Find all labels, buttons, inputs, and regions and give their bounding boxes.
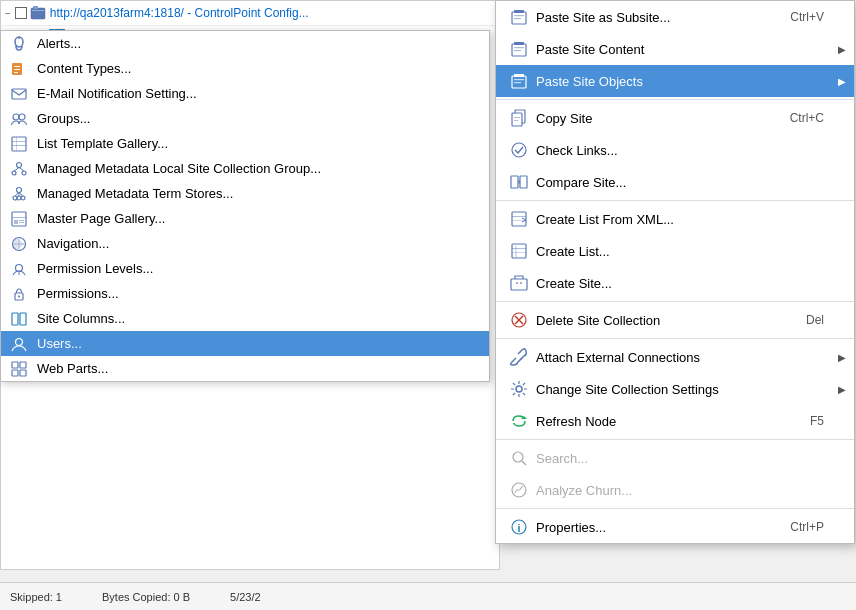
- collapse-icon[interactable]: −: [5, 8, 11, 19]
- svg-point-19: [19, 114, 25, 120]
- ctx-properties[interactable]: i Properties... Ctrl+P: [496, 511, 854, 543]
- paste-content-arrow: ▶: [838, 44, 846, 55]
- svg-rect-70: [512, 248, 526, 249]
- svg-rect-43: [12, 362, 18, 368]
- paste-objects-icon: [508, 71, 530, 91]
- svg-rect-34: [19, 220, 24, 221]
- create-site-icon: [508, 273, 530, 293]
- master-page-label: Master Page Gallery...: [37, 211, 165, 226]
- managed-metadata-term-label: Managed Metadata Term Stores...: [37, 186, 233, 201]
- svg-rect-15: [14, 69, 20, 70]
- properties-shortcut: Ctrl+P: [770, 520, 824, 534]
- svg-rect-50: [514, 18, 521, 19]
- svg-point-63: [512, 143, 526, 157]
- menu-item-permissions[interactable]: Permissions...: [1, 281, 489, 306]
- menu-item-users[interactable]: Users...: [1, 331, 489, 356]
- list-template-label: List Template Gallery...: [37, 136, 168, 151]
- ctx-create-site[interactable]: Create Site...: [496, 267, 854, 299]
- ctx-change-settings[interactable]: Change Site Collection Settings ▶: [496, 373, 854, 405]
- svg-point-25: [12, 171, 16, 175]
- menu-item-groups[interactable]: Groups...: [1, 106, 489, 131]
- ctx-check-links[interactable]: Check Links...: [496, 134, 854, 166]
- email-label: E-Mail Notification Setting...: [37, 86, 197, 101]
- svg-point-12: [18, 37, 20, 39]
- svg-rect-69: [512, 244, 526, 258]
- svg-rect-35: [19, 222, 24, 223]
- menu-item-email[interactable]: E-Mail Notification Setting...: [1, 81, 489, 106]
- menu-item-managed-metadata-local[interactable]: Managed Metadata Local Site Collection G…: [1, 156, 489, 181]
- svg-rect-21: [12, 141, 26, 142]
- paste-objects-arrow: ▶: [838, 76, 846, 87]
- content-types-label: Content Types...: [37, 61, 131, 76]
- menu-item-navigation[interactable]: Navigation...: [1, 231, 489, 256]
- change-settings-arrow: ▶: [838, 384, 846, 395]
- svg-point-27: [17, 187, 22, 192]
- svg-rect-20: [12, 137, 26, 151]
- svg-point-28: [13, 196, 17, 200]
- svg-rect-2: [32, 10, 44, 11]
- alerts-icon: [9, 36, 29, 52]
- paste-objects-label: Paste Site Objects: [536, 74, 643, 89]
- navigation-label: Navigation...: [37, 236, 109, 251]
- managed-metadata-local-icon: [9, 161, 29, 177]
- web-parts-label: Web Parts...: [37, 361, 108, 376]
- site-icon: [30, 5, 46, 21]
- ctx-create-list[interactable]: Create List...: [496, 235, 854, 267]
- paste-subsite-shortcut: Ctrl+V: [770, 10, 824, 24]
- tree-header-url[interactable]: http://qa2013farm4:1818/ - ControlPoint …: [50, 6, 309, 20]
- managed-metadata-term-icon: [9, 186, 29, 202]
- menu-item-master-page[interactable]: Master Page Gallery...: [1, 206, 489, 231]
- paste-content-icon: [508, 39, 530, 59]
- search-label: Search...: [536, 451, 588, 466]
- ctx-delete-site[interactable]: Delete Site Collection Del: [496, 304, 854, 336]
- ctx-paste-objects[interactable]: Paste Site Objects ▶: [496, 65, 854, 97]
- svg-point-30: [17, 196, 21, 200]
- menu-item-web-parts[interactable]: Web Parts...: [1, 356, 489, 381]
- status-skipped: Skipped: 1: [10, 591, 62, 603]
- svg-rect-22: [12, 145, 26, 146]
- ctx-paste-content[interactable]: Paste Site Content ▶: [496, 33, 854, 65]
- create-list-label: Create List...: [536, 244, 610, 259]
- ctx-compare-site[interactable]: Compare Site...: [496, 166, 854, 198]
- site-columns-icon: [9, 311, 29, 327]
- svg-rect-60: [512, 113, 522, 126]
- svg-rect-16: [14, 72, 18, 73]
- svg-rect-44: [20, 362, 26, 368]
- refresh-node-icon: [508, 411, 530, 431]
- ctx-paste-subsite[interactable]: Paste Site as Subsite... Ctrl+V: [496, 1, 854, 33]
- svg-rect-65: [520, 176, 527, 188]
- change-settings-icon: [508, 379, 530, 399]
- copy-site-label: Copy Site: [536, 111, 592, 126]
- change-settings-label: Change Site Collection Settings: [536, 382, 719, 397]
- svg-rect-49: [514, 15, 524, 16]
- permissions-label: Permissions...: [37, 286, 119, 301]
- ctx-refresh-node[interactable]: Refresh Node F5: [496, 405, 854, 437]
- create-list-xml-icon: [508, 209, 530, 229]
- ctx-copy-site[interactable]: Copy Site Ctrl+C: [496, 102, 854, 134]
- web-parts-icon: [9, 361, 29, 377]
- ctx-attach-external[interactable]: Attach External Connections ▶: [496, 341, 854, 373]
- separator-4: [496, 338, 854, 339]
- groups-icon: [9, 111, 29, 127]
- separator-2: [496, 200, 854, 201]
- checkbox[interactable]: [15, 7, 27, 19]
- alerts-label: Alerts...: [37, 36, 81, 51]
- status-bytes: Bytes Copied: 0 B: [102, 591, 190, 603]
- svg-rect-73: [511, 279, 527, 290]
- menu-item-site-columns[interactable]: Site Columns...: [1, 306, 489, 331]
- menu-item-managed-metadata-term[interactable]: Managed Metadata Term Stores...: [1, 181, 489, 206]
- copy-site-shortcut: Ctrl+C: [770, 111, 824, 125]
- delete-site-icon: [508, 310, 530, 330]
- content-types-icon: [9, 61, 29, 77]
- menu-item-permission-levels[interactable]: Permission Levels...: [1, 256, 489, 281]
- analyze-churn-label: Analyze Churn...: [536, 483, 632, 498]
- menu-item-alerts[interactable]: Alerts...: [1, 31, 489, 56]
- ctx-create-list-xml[interactable]: Create List From XML...: [496, 203, 854, 235]
- permissions-icon: [9, 286, 29, 302]
- svg-point-39: [18, 295, 20, 297]
- refresh-node-shortcut: F5: [790, 414, 824, 428]
- menu-item-content-types[interactable]: Content Types...: [1, 56, 489, 81]
- menu-item-list-template[interactable]: List Template Gallery...: [1, 131, 489, 156]
- ctx-search: Search...: [496, 442, 854, 474]
- analyze-churn-icon: [508, 480, 530, 500]
